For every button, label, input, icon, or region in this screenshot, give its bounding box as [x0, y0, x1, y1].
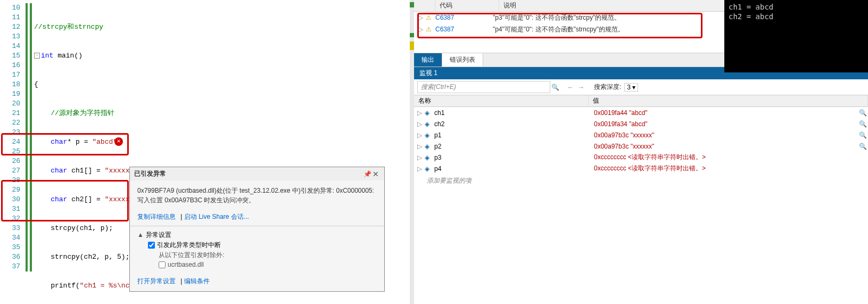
line-number-gutter: 101112 131415 161718 192021 222324 25262…: [0, 0, 23, 272]
warning-icon: ⚠: [426, 14, 435, 21]
tab-output[interactable]: 输出: [414, 53, 442, 67]
except-from-label: 从以下位置引发时除外:: [137, 251, 377, 260]
object-icon: ◈: [425, 120, 434, 128]
watch-row[interactable]: ▷◈ch20x0019fa34 "abcd"🔍: [414, 118, 868, 129]
expand-icon[interactable]: ▷: [417, 120, 425, 128]
popup-title: 已引发异常: [134, 169, 363, 178]
col-name[interactable]: 名称: [414, 95, 589, 106]
exception-popup: 已引发异常 📌 ✕ 0x799BF7A9 (ucrtbased.dll)处(位于…: [129, 167, 385, 292]
magnifier-icon[interactable]: 🔍: [857, 132, 868, 139]
open-exception-settings-link[interactable]: 打开异常设置: [137, 277, 176, 285]
warning-icon: ⚠: [426, 26, 435, 33]
console-line: ch1 = abcd: [729, 2, 864, 12]
watch-toolbar: 搜索(Ctrl+E) 🔍 ←→ 搜索深度: 3 ▾: [414, 79, 868, 95]
magnifier-icon[interactable]: 🔍: [857, 143, 868, 150]
console-line: ch2 = abcd: [729, 12, 864, 21]
error-code-link[interactable]: C6387: [435, 26, 493, 33]
chevron-down-icon: ▲: [137, 231, 144, 239]
expand-icon[interactable]: ▷: [417, 165, 425, 172]
expand-icon[interactable]: ▷: [418, 14, 426, 21]
expand-icon[interactable]: ▷: [417, 132, 425, 139]
watch-window: 监视 1 搜索(Ctrl+E) 🔍 ←→ 搜索深度: 3 ▾ 名称 值 ▷◈ch…: [414, 67, 868, 304]
watch-row[interactable]: ▷◈p20x00a97b3c "xxxxxx"🔍: [414, 141, 868, 152]
object-icon: ◈: [425, 165, 434, 172]
watch-search-input[interactable]: 搜索(Ctrl+E): [417, 81, 550, 93]
object-icon: ◈: [425, 109, 434, 117]
watch-nav-arrows[interactable]: ←→: [565, 84, 586, 91]
break-on-exception-checkbox[interactable]: 引发此异常类型时中断: [137, 240, 377, 251]
copy-details-link[interactable]: 复制详细信息: [137, 213, 176, 220]
object-icon: ◈: [425, 132, 434, 139]
watch-row[interactable]: ▷◈ch10x0019fa44 "abcd"🔍: [414, 107, 868, 118]
depth-dropdown[interactable]: 3 ▾: [624, 83, 638, 92]
edit-conditions-link[interactable]: 编辑条件: [184, 277, 210, 285]
live-share-link[interactable]: 启动 Live Share 会话...: [184, 213, 249, 220]
error-code-link[interactable]: C6387: [435, 14, 493, 21]
expand-icon[interactable]: ▷: [417, 154, 425, 161]
editor-splitter[interactable]: [410, 0, 414, 304]
minimap-warning-marker: [410, 42, 414, 50]
pin-icon[interactable]: 📌: [363, 170, 371, 178]
minimap-change-marker: [410, 2, 414, 7]
expand-icon[interactable]: ▷: [417, 143, 425, 150]
magnifier-icon[interactable]: 🔍: [857, 120, 868, 128]
expand-icon[interactable]: ▷: [418, 26, 426, 33]
tab-error-list[interactable]: 错误列表: [442, 53, 483, 67]
object-icon: ◈: [425, 143, 434, 150]
magnifier-icon[interactable]: 🔍: [857, 109, 868, 117]
watch-columns-header: 名称 值: [414, 95, 868, 107]
watch-row[interactable]: ▷◈p40xcccccccc <读取字符串字符时出错。>: [414, 163, 868, 174]
search-icon[interactable]: 🔍: [550, 84, 560, 91]
close-icon[interactable]: ✕: [371, 170, 380, 178]
change-indicator-bar-2: [30, 3, 32, 272]
minimap-change-marker: [410, 33, 414, 37]
module-exclude-checkbox[interactable]: ucrtbased.dll: [137, 260, 377, 269]
error-breakpoint-icon[interactable]: ✕: [114, 137, 123, 146]
watch-row[interactable]: ▷◈p30xcccccccc <读取字符串字符时出错。>: [414, 152, 868, 163]
expand-icon[interactable]: ▷: [417, 109, 425, 117]
depth-label: 搜索深度:: [594, 83, 621, 92]
watch-add-item[interactable]: 添加要监视的项: [414, 174, 868, 187]
exception-settings-header[interactable]: ▲异常设置: [137, 231, 377, 240]
col-value[interactable]: 值: [589, 95, 868, 106]
collapse-icon[interactable]: −: [34, 53, 40, 59]
popup-message: 0x799BF7A9 (ucrtbased.dll)处(位于 test_23.1…: [130, 180, 384, 210]
col-code[interactable]: 代码: [435, 0, 499, 11]
change-indicator-bar: [26, 3, 28, 272]
console-output: ch1 = abcd ch2 = abcd: [724, 0, 868, 72]
watch-row[interactable]: ▷◈p10x00a97b3c "xxxxxx"🔍: [414, 129, 868, 141]
object-icon: ◈: [425, 154, 434, 161]
